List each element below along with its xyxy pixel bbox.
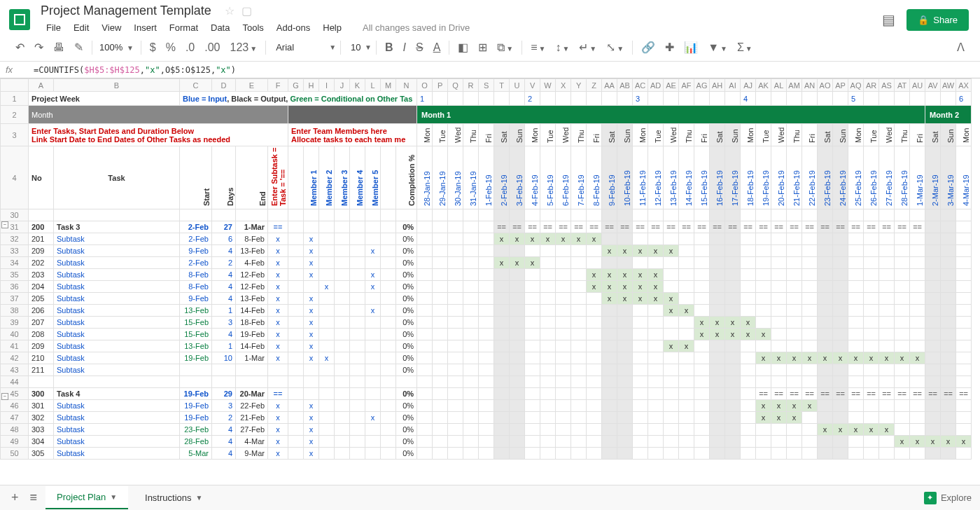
cell[interactable] [479,305,494,317]
cell[interactable] [494,209,510,221]
cell[interactable] [679,364,694,376]
cell[interactable] [818,376,833,388]
cell[interactable]: x [304,269,319,281]
cell[interactable] [602,233,617,245]
cell[interactable] [633,305,648,317]
cell[interactable]: 206 [29,305,54,317]
cell[interactable] [956,269,972,281]
cell[interactable]: Subtask [54,305,180,317]
cell[interactable] [350,233,365,245]
cell[interactable] [741,388,756,400]
cell[interactable] [268,376,288,388]
cell[interactable] [417,448,433,460]
cell[interactable] [895,412,910,424]
cell[interactable] [288,436,304,448]
cell[interactable] [417,412,433,424]
col-header[interactable]: Y [571,79,587,92]
cell[interactable] [679,245,694,257]
cell[interactable] [818,92,833,106]
cell[interactable] [864,281,879,293]
cell[interactable] [479,245,494,257]
cell[interactable]: x [725,317,741,329]
cell[interactable] [910,269,925,281]
cell[interactable] [925,448,941,460]
row-header[interactable]: 4 [1,146,29,209]
cell[interactable] [494,448,510,460]
cell[interactable] [365,376,381,388]
cell[interactable] [741,281,756,293]
menu-tools[interactable]: Tools [237,20,269,36]
functions-button[interactable]: Σ▼ [733,39,757,57]
cell[interactable]: Tue [756,124,771,146]
cell[interactable] [956,281,972,293]
cell[interactable] [288,424,304,436]
cell[interactable] [350,352,365,364]
cell[interactable] [864,92,879,106]
currency-button[interactable]: $ [146,39,160,57]
cell[interactable] [864,448,879,460]
cell[interactable]: Enter Team Members hereAllocate tasks to… [288,124,417,146]
cell[interactable] [381,424,396,436]
cell[interactable] [510,352,525,364]
cell[interactable] [365,317,381,329]
cell[interactable]: x [818,424,833,436]
cell[interactable]: Fri [802,124,818,146]
cell[interactable] [479,388,494,400]
cell[interactable] [941,209,956,221]
cell[interactable] [540,412,556,424]
cell[interactable] [29,376,54,388]
cell[interactable]: 0% [396,329,417,340]
decrease-decimal-button[interactable]: .0 [181,39,199,57]
cell[interactable]: x [910,352,925,364]
cell[interactable] [895,257,910,269]
cell[interactable] [910,209,925,221]
cell[interactable]: 0% [396,245,417,257]
cell[interactable]: == [756,221,771,233]
cell[interactable] [787,317,802,329]
cell[interactable] [956,305,972,317]
cell[interactable] [587,352,602,364]
cell[interactable] [664,329,679,340]
row-header[interactable]: 48 [1,424,29,436]
cell[interactable]: x [365,412,381,424]
cell[interactable]: 15-Feb [180,317,212,329]
cell[interactable]: == [268,388,288,400]
cell[interactable] [556,400,571,412]
cell[interactable]: 13-Feb [236,245,268,257]
cell[interactable] [941,245,956,257]
cell[interactable] [787,376,802,388]
cell[interactable] [756,209,771,221]
cell[interactable]: Sun [617,124,633,146]
cell[interactable] [925,329,941,340]
cell[interactable] [288,221,304,233]
cell[interactable] [417,209,433,221]
cell[interactable] [633,340,648,352]
cell[interactable] [879,329,895,340]
cell[interactable] [335,376,350,388]
text-color-button[interactable]: A [429,39,445,57]
redo-button[interactable]: ↷ [30,38,48,57]
cell[interactable]: x [633,245,648,257]
cell[interactable] [694,305,710,317]
cell[interactable] [587,388,602,400]
cell[interactable]: == [494,221,510,233]
cell[interactable] [879,209,895,221]
explore-button[interactable]: ✦ Explore [924,492,972,504]
cell[interactable]: 15-Feb-19 [694,146,710,209]
cell[interactable]: x [710,317,725,329]
cell[interactable] [587,245,602,257]
cell[interactable] [879,436,895,448]
cell[interactable] [525,317,540,329]
cell[interactable]: 22-Feb-19 [802,146,818,209]
row-header[interactable]: 46 [1,400,29,412]
cell[interactable] [787,257,802,269]
cell[interactable] [925,233,941,245]
cell[interactable] [664,317,679,329]
cell[interactable] [879,269,895,281]
row-header[interactable]: 42 [1,352,29,364]
cell[interactable] [479,269,494,281]
cell[interactable] [756,245,771,257]
row-header[interactable]: 50 [1,448,29,460]
cell[interactable] [771,209,787,221]
cell[interactable]: Member 4 [350,146,365,209]
